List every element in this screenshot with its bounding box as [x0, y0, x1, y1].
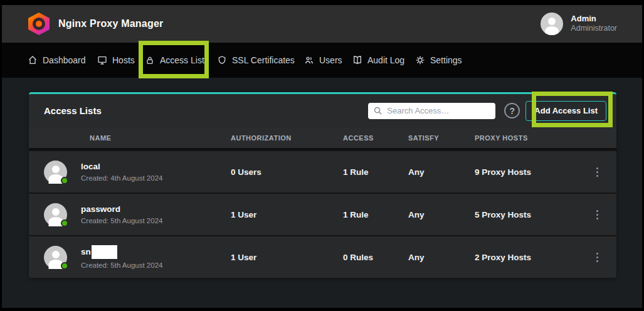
- row-actions-kebab-icon[interactable]: [569, 210, 598, 219]
- table-header-row: NAME AUTHORIZATION ACCESS SATISFY PROXY …: [29, 127, 616, 150]
- access-value: 1 Rule: [343, 210, 408, 219]
- main-nav: Dashboard Hosts Access Lists SSL Certifi…: [2, 43, 642, 78]
- book-icon: [352, 55, 362, 65]
- access-list-created: Created: 4th August 2024: [81, 174, 162, 182]
- user-info: Admin Administrator: [571, 14, 617, 34]
- access-list-avatar: [44, 203, 67, 226]
- authorization-value: 1 User: [231, 253, 343, 262]
- user-avatar: [541, 13, 563, 35]
- table-row[interactable]: local Created: 4th August 2024 0 Users 1…: [29, 150, 616, 192]
- name-cell: local Created: 4th August 2024: [29, 161, 231, 184]
- access-value: 0 Rules: [343, 253, 408, 262]
- user-role: Administrator: [571, 24, 617, 34]
- user-name: Admin: [571, 14, 617, 24]
- nav-item-hosts[interactable]: Hosts: [97, 43, 135, 78]
- panel-title: Access Lists: [44, 105, 368, 116]
- nav-item-dashboard[interactable]: Dashboard: [28, 43, 86, 78]
- access-value: 1 Rule: [343, 167, 408, 177]
- nav-item-label: Hosts: [112, 55, 135, 65]
- proxy-hosts-value: 2 Proxy Hosts: [475, 253, 569, 262]
- home-icon: [28, 55, 38, 65]
- redaction-box: [92, 245, 117, 259]
- access-list-name: local: [81, 162, 162, 172]
- nav-item-label: SSL Certificates: [232, 55, 295, 65]
- nginx-proxy-manager-logo-icon: [28, 13, 50, 35]
- column-header-authorization: AUTHORIZATION: [231, 134, 343, 142]
- access-list-created: Created: 5th August 2024: [81, 261, 162, 269]
- satisfy-value: Any: [408, 253, 475, 262]
- gear-icon: [415, 55, 425, 65]
- status-online-dot: [61, 262, 68, 270]
- access-list-avatar: [44, 161, 67, 184]
- nav-item-ssl-certificates[interactable]: SSL Certificates: [217, 43, 295, 78]
- proxy-hosts-value: 9 Proxy Hosts: [475, 167, 569, 177]
- row-actions-kebab-icon[interactable]: [569, 253, 598, 262]
- lock-icon: [145, 55, 155, 65]
- search-input[interactable]: [387, 106, 490, 115]
- row-actions-kebab-icon[interactable]: [569, 167, 598, 177]
- user-menu[interactable]: Admin Administrator: [541, 13, 617, 35]
- nav-item-settings[interactable]: Settings: [415, 43, 462, 78]
- brand: Nginx Proxy Manager: [28, 13, 163, 35]
- name-cell: password Created: 5th August 2024: [29, 203, 231, 226]
- help-button[interactable]: ?: [504, 103, 520, 119]
- table-row[interactable]: password Created: 5th August 2024 1 User…: [29, 192, 616, 235]
- shield-icon: [217, 55, 227, 65]
- authorization-value: 0 Users: [231, 167, 343, 177]
- nav-item-label: Access Lists: [160, 55, 209, 65]
- column-header-satisfy: SATISFY: [408, 134, 475, 142]
- authorization-value: 1 User: [231, 210, 343, 219]
- access-lists-panel: Access Lists ? Add Access List NAME AUTH…: [29, 92, 616, 278]
- add-access-list-button[interactable]: Add Access List: [525, 101, 606, 121]
- nav-item-label: Settings: [430, 55, 462, 65]
- column-header-proxy-hosts: PROXY HOSTS: [475, 134, 569, 142]
- status-online-dot: [61, 219, 68, 227]
- nav-item-label: Dashboard: [43, 55, 86, 65]
- column-header-access: ACCESS: [343, 134, 408, 142]
- access-list-name: password: [81, 204, 162, 214]
- nav-item-label: Audit Log: [367, 55, 404, 65]
- name-cell: sn Created: 5th August 2024: [29, 245, 231, 269]
- page-content: Access Lists ? Add Access List NAME AUTH…: [2, 78, 642, 308]
- app-header: Nginx Proxy Manager Admin Administrator: [2, 5, 642, 43]
- satisfy-value: Any: [408, 210, 475, 219]
- column-header-name: NAME: [29, 134, 231, 142]
- users-icon: [304, 55, 314, 65]
- panel-header: Access Lists ? Add Access List: [29, 94, 616, 127]
- nav-item-label: Users: [319, 55, 342, 65]
- app-title: Nginx Proxy Manager: [58, 18, 163, 29]
- access-list-created: Created: 5th August 2024: [81, 217, 162, 224]
- access-list-name: sn: [81, 245, 162, 259]
- search-box: [368, 103, 495, 119]
- app-window: Nginx Proxy Manager Admin Administrator …: [2, 5, 642, 308]
- access-list-avatar: [44, 246, 67, 269]
- nav-item-access-lists[interactable]: Access Lists: [145, 43, 209, 78]
- table-row[interactable]: sn Created: 5th August 2024 1 User 0 Rul…: [29, 235, 616, 278]
- proxy-hosts-value: 5 Proxy Hosts: [475, 210, 569, 219]
- search-icon: [373, 106, 383, 115]
- question-mark-icon: ?: [510, 107, 515, 115]
- monitor-icon: [97, 55, 107, 65]
- nav-item-users[interactable]: Users: [304, 43, 342, 78]
- satisfy-value: Any: [408, 167, 475, 177]
- nav-item-audit-log[interactable]: Audit Log: [352, 43, 404, 78]
- status-online-dot: [61, 177, 68, 184]
